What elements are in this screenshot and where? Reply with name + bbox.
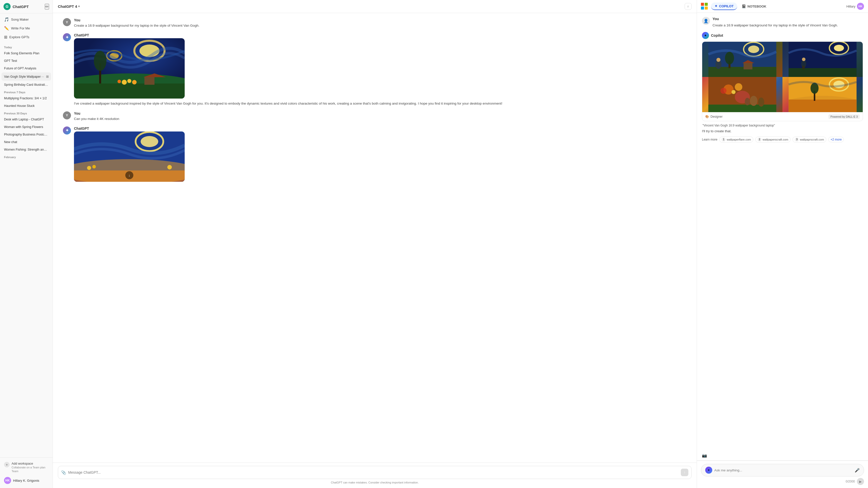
copilot-input-avatar: ✦ — [705, 467, 712, 474]
chat-item-new-chat[interactable]: New chat — [1, 138, 51, 145]
source-link-1[interactable]: 1 wallpaperflare.com — [719, 136, 753, 142]
svg-point-49 — [758, 98, 764, 107]
copilot-input[interactable] — [714, 468, 852, 472]
send-button[interactable]: ↑ — [681, 469, 688, 476]
message-content: ChatGPT — [74, 33, 687, 106]
user-avatar-2: Y — [63, 111, 71, 120]
share-button[interactable]: ↑ — [685, 3, 692, 10]
dall-e-badge: Powered by DALL·E 3 — [829, 115, 860, 119]
tab-copilot[interactable]: ✦ COPILOT — [711, 2, 737, 10]
scroll-down-button[interactable]: ↓ — [125, 171, 133, 179]
svg-point-11 — [118, 80, 121, 83]
copilot-user-avatar: HK — [857, 3, 864, 10]
svg-point-21 — [92, 165, 96, 168]
ms-logo-red — [701, 3, 704, 6]
svg-point-22 — [167, 165, 172, 169]
new-chat-edit-button[interactable]: ✏ — [45, 4, 49, 9]
model-selector-button[interactable]: ChatGPT 4 ▾ — [58, 4, 80, 8]
chat-disclaimer: ChatGPT can make mistakes. Consider chec… — [58, 481, 692, 484]
svg-point-10 — [127, 79, 131, 83]
chat-item-fractions[interactable]: Multiplying Fractions: 3/4 × 1/2 — [1, 95, 51, 102]
share-icon: ↑ — [687, 4, 689, 8]
copilot-tab-icon: ✦ — [715, 4, 717, 8]
chatgpt-logo-icon: G — [3, 3, 10, 10]
chat-item-women-fishing[interactable]: Women Fishing: Strength and Ele... — [1, 146, 51, 153]
sidebar: G ChatGPT ✏ 🎵 Song Maker ✏️ Write For Me… — [0, 0, 53, 488]
chat-input[interactable] — [68, 470, 679, 475]
sidebar-item-song-maker[interactable]: 🎵 Song Maker — [1, 15, 51, 24]
copilot-input-area: ✦ 🎤 0/2000 ▶ — [697, 461, 868, 488]
sidebar-item-label: Explore GPTs — [9, 35, 29, 39]
chat-list: Today Folk Song Elements Plan GPT Test F… — [0, 44, 53, 457]
song-maker-icon: 🎵 — [4, 17, 9, 22]
chat-messages: Y You Create a 16:9 wallpaper background… — [53, 13, 697, 463]
add-workspace-button[interactable]: + Add workspace Collaborate on a Team pl… — [1, 460, 51, 475]
user-profile[interactable]: HK Hillary K. Grigonis — [1, 475, 51, 486]
chat-item-haunted[interactable]: Haunted House Stuck — [1, 102, 51, 109]
write-icon: ✏️ — [4, 26, 9, 31]
sidebar-nav: 🎵 Song Maker ✏️ Write For Me ⊞ Explore G… — [0, 13, 53, 44]
source-link-2[interactable]: 2 wallpaperscraft.com — [755, 136, 790, 142]
copilot-grid-image-1[interactable] — [702, 42, 782, 77]
copilot-image-grid: 🎨 Designer Powered by DALL·E 3 — [702, 41, 863, 121]
svg-point-12 — [132, 80, 136, 85]
svg-point-44 — [720, 88, 726, 94]
sidebar-item-label: Song Maker — [11, 18, 29, 21]
copilot-send-button[interactable]: ▶ — [857, 478, 864, 485]
generated-image-2[interactable]: ↓ — [74, 131, 185, 182]
learn-more-label: Learn more — [702, 138, 717, 141]
copilot-grid-image-4[interactable] — [782, 77, 863, 112]
more-sources-link[interactable]: +2 more — [828, 137, 844, 142]
gpt-avatar: ✦ — [63, 33, 71, 41]
sidebar-header: G ChatGPT ✏ — [0, 0, 53, 13]
sidebar-logo: G ChatGPT — [3, 3, 29, 10]
copilot-tabs: ✦ COPILOT 📓 NOTEBOOK — [701, 2, 770, 10]
svg-point-50 — [745, 98, 750, 105]
chat-more-button[interactable]: ··· — [41, 74, 44, 79]
generated-image-1[interactable] — [74, 38, 185, 99]
svg-rect-47 — [709, 105, 776, 112]
message-gpt-1: ✦ ChatGPT — [63, 33, 687, 106]
sidebar-title: ChatGPT — [12, 4, 29, 9]
copilot-response: ✦ Copilot — [702, 32, 863, 142]
chat-input-box: 📎 ↑ — [58, 466, 692, 479]
learn-more-section: Learn more 1 wallpaperflare.com 2 wallpa… — [702, 136, 863, 142]
copilot-grid-image-3[interactable] — [702, 77, 782, 112]
designer-label: 🎨 — [705, 115, 709, 119]
svg-rect-39 — [803, 66, 803, 69]
copilot-response-text: I'll try to create that. — [702, 129, 863, 134]
sidebar-footer: + Add workspace Collaborate on a Team pl… — [0, 457, 53, 488]
image-grid-top — [702, 42, 863, 77]
microsoft-logo — [701, 3, 708, 10]
copilot-header: ✦ COPILOT 📓 NOTEBOOK Hillary HK — [697, 0, 868, 13]
sidebar-item-write-for-me[interactable]: ✏️ Write For Me — [1, 24, 51, 32]
attach-button[interactable]: 📎 — [61, 470, 66, 475]
user-name: Hillary K. Grigonis — [13, 479, 39, 483]
camera-tool-button[interactable]: 📷 — [701, 452, 708, 459]
source-link-3[interactable]: 3 wallpaprscraft.com — [793, 136, 826, 142]
chat-item-spring-card[interactable]: Spring Birthday Card Illustration. — [1, 81, 51, 88]
svg-point-17 — [141, 136, 158, 147]
copilot-grid-image-2[interactable] — [782, 42, 863, 77]
svg-point-43 — [735, 83, 742, 91]
copilot-panel: ✦ COPILOT 📓 NOTEBOOK Hillary HK 👤 You Cr… — [697, 0, 868, 488]
chat-item-van-gogh[interactable]: Van Gogh Style Wallpaper ··· ⊞ — [1, 72, 51, 81]
tab-notebook[interactable]: 📓 NOTEBOOK — [738, 3, 770, 10]
chat-header: ChatGPT 4 ▾ ↑ — [53, 0, 697, 13]
chat-save-button[interactable]: ⊞ — [45, 74, 49, 79]
copilot-input-box: ✦ 🎤 — [701, 464, 864, 477]
chat-item-desk-laptop[interactable]: Desk with Laptop - ChatGPT — [1, 116, 51, 123]
ms-logo-blue — [701, 6, 704, 9]
image-caption: 🎨 Designer Powered by DALL·E 3 — [702, 112, 863, 121]
svg-point-48 — [750, 96, 757, 106]
chat-item-gpt-test[interactable]: GPT Test — [1, 57, 51, 64]
chat-item-woman-flowers[interactable]: Woman with Spring Flowers — [1, 124, 51, 130]
sidebar-item-explore-gpts[interactable]: ⊞ Explore GPTs — [1, 33, 51, 41]
chat-item-folk-song[interactable]: Folk Song Elements Plan — [1, 50, 51, 57]
chat-item-photo-postcard[interactable]: Photography Business Postcard — [1, 131, 51, 138]
svg-point-25 — [748, 45, 759, 53]
copilot-mic-button[interactable]: 🎤 — [855, 468, 860, 473]
chat-item-future-gpt[interactable]: Future of GPT Analysis — [1, 65, 51, 72]
user-avatar: Y — [63, 18, 71, 26]
chevron-down-icon: ▾ — [78, 5, 80, 8]
